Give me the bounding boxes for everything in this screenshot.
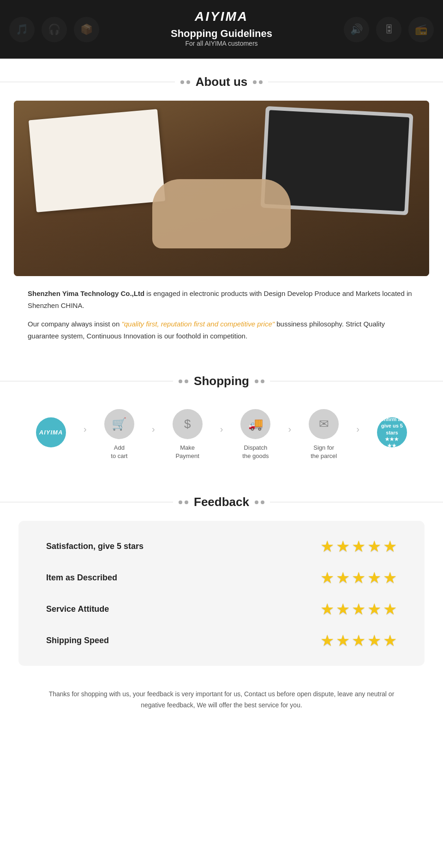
arrow-2: › xyxy=(152,424,155,434)
header-icon-2: 🎧 xyxy=(42,17,67,42)
step-payment-label: MakePayment xyxy=(175,444,199,460)
star-3: ★ xyxy=(352,537,365,555)
step-cart-label: Addto cart xyxy=(111,444,127,460)
hands-prop xyxy=(152,179,291,248)
star-20: ★ xyxy=(383,631,397,650)
dot-6 xyxy=(185,380,188,383)
star-18: ★ xyxy=(352,631,365,650)
star-9: ★ xyxy=(367,568,381,587)
stars-shipping: ★ ★ ★ ★ ★ xyxy=(320,631,397,650)
aiyima-icon: AIYIMA xyxy=(36,417,66,447)
feedback-label-satisfaction: Satisfaction, give 5 stars xyxy=(46,542,144,551)
about-section-title-row: About us xyxy=(0,75,443,89)
shopping-section-title-row: Shopping xyxy=(0,374,443,388)
star-2: ★ xyxy=(336,537,350,555)
footer-text: Thanks for shopping with us, your feedba… xyxy=(0,680,443,729)
about-text-block: Shenzhen Yima Technology Co.,Ltd is enga… xyxy=(0,288,443,358)
shopping-steps-container: AIYIMA › 🛒 Addto cart › $ MakePayment › … xyxy=(0,400,443,479)
dot-5 xyxy=(179,380,182,383)
shopping-dots-left xyxy=(179,380,188,383)
step-payment: $ MakePayment xyxy=(155,409,220,460)
about-title-line-right xyxy=(268,82,443,82)
payment-icon: $ xyxy=(173,409,203,439)
star-13: ★ xyxy=(352,600,365,618)
star-8: ★ xyxy=(352,568,365,587)
header-icon-6: 📻 xyxy=(408,17,434,42)
feedback-title-line-left xyxy=(0,502,173,502)
shopping-title: Shopping xyxy=(194,374,249,388)
page-header: 🎵 🎧 📦 AIYIMA Shopping Guidelines For all… xyxy=(0,0,443,59)
stars-described: ★ ★ ★ ★ ★ xyxy=(320,568,397,587)
dot-4 xyxy=(259,80,263,84)
header-icon-1: 🎵 xyxy=(9,17,35,42)
header-icons-left: 🎵 🎧 📦 xyxy=(9,17,99,42)
step-sign-label: Sign forthe parcel xyxy=(311,444,337,460)
star-15: ★ xyxy=(383,600,397,618)
feedback-row-described: Item as Described ★ ★ ★ ★ ★ xyxy=(46,568,397,587)
star-19: ★ xyxy=(367,631,381,650)
about-paragraph-2: Our company always insist on "quality fi… xyxy=(28,318,415,342)
step-confirm: Confirm andgive us 5 stars★★★★★ xyxy=(359,417,425,452)
stars-satisfaction: ★ ★ ★ ★ ★ xyxy=(320,537,397,555)
star-6: ★ xyxy=(320,568,334,587)
header-icon-5: 🎛 xyxy=(376,17,401,42)
handshake-scene xyxy=(14,101,429,276)
star-14: ★ xyxy=(367,600,381,618)
feedback-title: Feedback xyxy=(194,495,249,509)
sign-icon: ✉ xyxy=(309,409,339,439)
philosophy-prefix: Our company always insist on xyxy=(28,320,121,328)
arrow-3: › xyxy=(220,424,223,434)
step-aiyima: AIYIMA xyxy=(18,417,84,452)
dot-8 xyxy=(261,380,264,383)
star-16: ★ xyxy=(320,631,334,650)
cart-icon: 🛒 xyxy=(104,409,134,439)
philosophy-quote: "quality first, reputation first and com… xyxy=(121,320,275,328)
star-5: ★ xyxy=(383,537,397,555)
feedback-dots-left xyxy=(179,500,188,504)
shopping-dots-right xyxy=(255,380,264,383)
about-title-line-left xyxy=(0,82,175,82)
star-10: ★ xyxy=(383,568,397,587)
header-icon-3: 📦 xyxy=(74,17,99,42)
dot-12 xyxy=(261,500,264,504)
dispatch-icon: 🚚 xyxy=(240,409,270,439)
step-sign: ✉ Sign forthe parcel xyxy=(291,409,356,460)
about-title: About us xyxy=(196,75,248,89)
star-17: ★ xyxy=(336,631,350,650)
feedback-section-title-row: Feedback xyxy=(0,495,443,509)
dot-11 xyxy=(255,500,258,504)
feedback-dots-right xyxy=(255,500,264,504)
shopping-title-line-left xyxy=(0,381,173,381)
stars-service: ★ ★ ★ ★ ★ xyxy=(320,600,397,618)
feedback-label-described: Item as Described xyxy=(46,573,117,583)
header-icon-4: 🔊 xyxy=(344,17,369,42)
feedback-label-service: Service Attitude xyxy=(46,604,109,614)
star-12: ★ xyxy=(336,600,350,618)
shopping-title-line-right xyxy=(270,381,443,381)
about-dots-left xyxy=(180,80,190,84)
star-7: ★ xyxy=(336,568,350,587)
feedback-row-shipping: Shipping Speed ★ ★ ★ ★ ★ xyxy=(46,631,397,650)
dot-9 xyxy=(179,500,182,504)
header-icons-right: 🔊 🎛 📻 xyxy=(344,17,434,42)
arrow-4: › xyxy=(288,424,291,434)
dot-10 xyxy=(185,500,188,504)
company-name: Shenzhen Yima Technology Co.,Ltd xyxy=(28,289,144,297)
star-4: ★ xyxy=(367,537,381,555)
about-image xyxy=(14,101,429,276)
feedback-card: Satisfaction, give 5 stars ★ ★ ★ ★ ★ Ite… xyxy=(18,521,425,666)
paper-prop xyxy=(29,109,165,212)
dot-7 xyxy=(255,380,258,383)
star-1: ★ xyxy=(320,537,334,555)
dot-3 xyxy=(253,80,257,84)
arrow-5: › xyxy=(356,424,359,434)
feedback-title-line-right xyxy=(270,502,443,502)
about-dots-right xyxy=(253,80,263,84)
step-dispatch: 🚚 Dispatchthe goods xyxy=(223,409,288,460)
star-11: ★ xyxy=(320,600,334,618)
dot-2 xyxy=(186,80,190,84)
about-paragraph-1: Shenzhen Yima Technology Co.,Ltd is enga… xyxy=(28,288,415,311)
step-cart: 🛒 Addto cart xyxy=(87,409,152,460)
feedback-row-satisfaction: Satisfaction, give 5 stars ★ ★ ★ ★ ★ xyxy=(46,537,397,555)
feedback-label-shipping: Shipping Speed xyxy=(46,636,109,645)
